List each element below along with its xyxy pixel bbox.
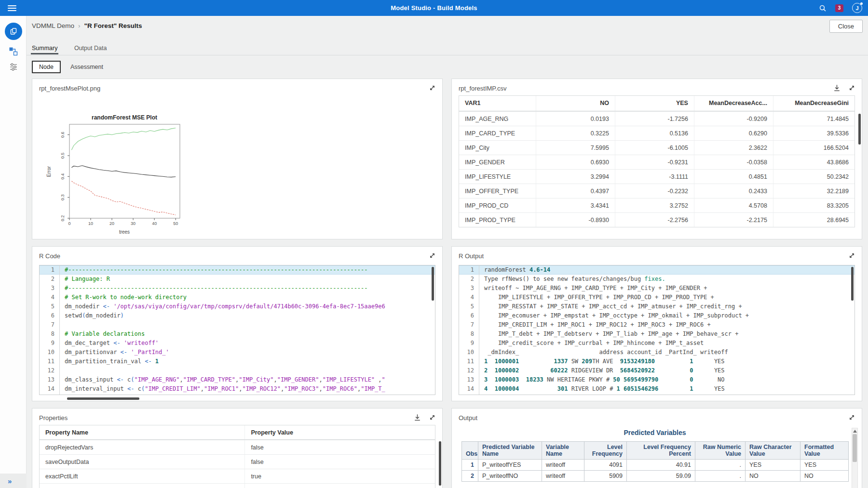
data-icon <box>5 23 22 40</box>
expand-icon[interactable] <box>428 251 436 260</box>
code-segment: <- <box>121 349 131 356</box>
code-line: 15 <box>40 394 435 395</box>
code-text: 1 1000001 1337 SW 209TH AVE 9153249180 1… <box>479 357 725 366</box>
expand-icon[interactable] <box>848 251 856 260</box>
svg-text:30: 30 <box>131 221 136 226</box>
sidebar-item-data[interactable] <box>0 23 27 40</box>
output-table-cell: YES <box>746 460 800 471</box>
search-icon[interactable] <box>819 4 827 12</box>
subtab-node[interactable]: Node <box>32 61 61 73</box>
code-segment: " <box>382 376 385 383</box>
sidebar-item-compare[interactable] <box>0 63 27 71</box>
code-segment: 1 <box>690 395 693 395</box>
table-cell: 0.6930 <box>536 155 615 169</box>
column-header[interactable]: MeanDecreaseGini <box>773 96 854 111</box>
line-number: 7 <box>40 320 60 330</box>
line-number: 4 <box>40 293 60 302</box>
code-segment: 0 <box>690 367 693 374</box>
table-cell: -1.7256 <box>615 112 694 126</box>
code-segment: "IMP_ROC6" <box>323 385 357 392</box>
code-text: _dmIndex_ address account_id _PartInd_ w… <box>479 348 728 357</box>
top-app-bar: Model Studio - Build Models 3 J <box>0 0 868 16</box>
plot-series-0 <box>71 128 176 150</box>
code-segment: dm_partitionvar <box>65 349 121 356</box>
code-line: 14dm_interval_input <- c("IMP_CREDIT_LIM… <box>40 384 435 394</box>
code-segment: 301 <box>557 385 568 392</box>
scroll-up-icon[interactable] <box>853 430 857 433</box>
code-segment: dm_dec_target <box>65 340 113 346</box>
output-table-row: 2P_writeoffNOwriteoff590959.09.NONO <box>462 471 849 482</box>
column-header[interactable]: VAR1 <box>459 96 536 111</box>
breadcrumb: VDMML Demo›"R Forest" Results <box>32 22 142 29</box>
code-segment: #---------------------------------------… <box>65 266 368 273</box>
column-header[interactable]: Property Name <box>40 425 245 439</box>
table-row: saveOutputDatafalse <box>40 454 435 469</box>
column-header[interactable]: MeanDecreaseAcc... <box>694 96 773 111</box>
code-line: 5 IMP_RESSTAT + IMP_STATE + IMP_acct_cd … <box>459 302 854 311</box>
column-header[interactable]: NO <box>536 96 615 111</box>
code-segment: TERRESA CT <box>568 395 624 395</box>
code-text: 5 1000005 1040 TERRESA CT 1000430005 1 Y… <box>479 394 725 395</box>
panel-r-code: R Code 1#-------------------------------… <box>32 246 443 401</box>
svg-text:0.2: 0.2 <box>60 215 65 222</box>
download-icon[interactable] <box>833 84 841 92</box>
subtab-assessment[interactable]: Assessment <box>70 64 103 70</box>
horizontal-scrollbar-thumb[interactable] <box>67 397 139 400</box>
download-icon[interactable] <box>413 413 421 422</box>
code-segment: IMP_RESSTAT + IMP_STATE + IMP_acct_cd + … <box>484 303 742 310</box>
tab-output-data[interactable]: Output Data <box>74 42 107 54</box>
breadcrumb-parent[interactable]: VDMML Demo <box>32 22 74 29</box>
code-segment: TH AVE <box>592 358 620 365</box>
sidebar-item-pipelines[interactable] <box>0 47 27 56</box>
tab-summary[interactable]: Summary <box>32 42 57 54</box>
code-segment: ( <box>131 376 134 383</box>
code-text: #---------------------------------------… <box>60 265 368 275</box>
output-table-cell: NO <box>800 471 849 482</box>
line-number: 7 <box>459 320 479 330</box>
output-table-cell: 5909 <box>584 471 627 482</box>
table-row: IMP_City7.5995-6.10052.3622166.5204 <box>459 140 854 155</box>
code-text: IMP_LIFESTYLE + IMP_OFFER_TYPE + IMP_PRO… <box>479 293 714 302</box>
code-segment: Type rfNews() to see new features/change… <box>484 276 644 282</box>
predicted-variables-table: ObsPredicted Variable NameVariable NameL… <box>461 441 849 482</box>
expand-icon[interactable] <box>428 84 436 92</box>
user-avatar[interactable]: J <box>852 3 862 13</box>
notifications-badge[interactable]: 3 <box>835 4 843 12</box>
code-segment: c <box>138 385 141 392</box>
close-button[interactable]: Close <box>829 20 863 33</box>
column-header[interactable]: YES <box>615 96 694 111</box>
code-segment: "IMP_CARD_TYPE" <box>183 376 235 383</box>
expand-icon[interactable] <box>848 84 856 92</box>
table-row: IMP_LIFESTYLE3.2994-3.11110.485150.2342 <box>459 169 854 184</box>
output-table-cell: 4091 <box>584 460 627 471</box>
vertical-scrollbar-thumb[interactable] <box>432 267 434 301</box>
code-segment: 1000005 <box>495 395 519 395</box>
code-segment: 1000004 <box>495 385 519 392</box>
code-segment <box>620 376 624 383</box>
expand-rail-icon[interactable]: » <box>8 477 12 485</box>
line-number: 12 <box>40 366 60 375</box>
code-segment: 1000003 <box>495 376 519 383</box>
rail-footer: » <box>0 474 27 488</box>
svg-text:0.6: 0.6 <box>60 132 65 138</box>
vertical-scrollbar-thumb[interactable] <box>439 441 441 486</box>
line-number: 10 <box>459 348 479 357</box>
vertical-scrollbar-thumb[interactable] <box>851 267 854 301</box>
expand-icon[interactable] <box>848 413 856 422</box>
line-number: 4 <box>459 293 479 302</box>
vertical-scrollbar-thumb[interactable] <box>853 434 857 462</box>
code-text: #---------------------------------------… <box>60 284 368 293</box>
code-segment: <- <box>113 340 124 346</box>
code-segment: # Language: R <box>65 276 110 282</box>
code-segment: , <box>319 385 322 392</box>
column-header[interactable]: Property Value <box>245 425 435 439</box>
expand-icon[interactable] <box>428 413 436 422</box>
code-text: dm_dec_target <- 'writeoff' <box>60 339 159 348</box>
output-column-header: Raw Character Value <box>746 442 800 460</box>
code-line: 7 IMP_CREDIT_LIM + IMP_ROC1 + IMP_ROC12 … <box>459 320 854 330</box>
code-segment: dm_nodedir <box>65 303 103 310</box>
vertical-scrollbar-thumb[interactable] <box>858 114 861 145</box>
code-segment: 1 <box>690 385 693 392</box>
code-segment: "IMP_LIFESTYLE" <box>323 376 379 383</box>
output-scrollbar[interactable] <box>852 428 858 488</box>
